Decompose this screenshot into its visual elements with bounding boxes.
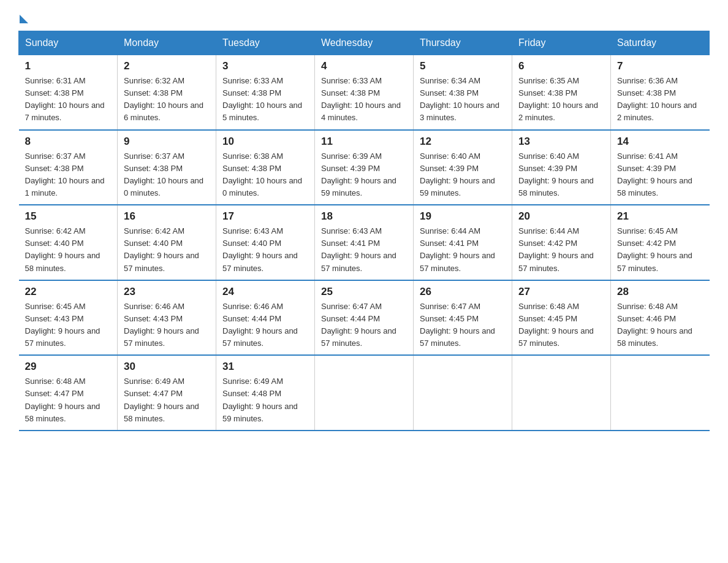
table-row: 21Sunrise: 6:45 AMSunset: 4:42 PMDayligh…	[611, 205, 710, 280]
col-sunday: Sunday	[19, 31, 118, 55]
day-info: Sunrise: 6:49 AMSunset: 4:47 PMDaylight:…	[124, 375, 210, 425]
day-info: Sunrise: 6:48 AMSunset: 4:46 PMDaylight:…	[617, 301, 703, 350]
day-info: Sunrise: 6:33 AMSunset: 4:38 PMDaylight:…	[321, 75, 407, 124]
calendar-week-row: 22Sunrise: 6:45 AMSunset: 4:43 PMDayligh…	[19, 280, 710, 356]
col-wednesday: Wednesday	[315, 31, 414, 55]
day-number: 17	[222, 210, 308, 223]
day-info: Sunrise: 6:40 AMSunset: 4:39 PMDaylight:…	[420, 150, 506, 200]
day-number: 22	[25, 286, 112, 298]
col-monday: Monday	[118, 31, 216, 55]
table-row: 27Sunrise: 6:48 AMSunset: 4:45 PMDayligh…	[512, 280, 611, 356]
table-row: 10Sunrise: 6:38 AMSunset: 4:38 PMDayligh…	[216, 130, 315, 205]
table-row: 13Sunrise: 6:40 AMSunset: 4:39 PMDayligh…	[512, 130, 611, 205]
day-number: 5	[420, 60, 506, 72]
table-row: 7Sunrise: 6:36 AMSunset: 4:38 PMDaylight…	[611, 55, 710, 130]
table-row: 14Sunrise: 6:41 AMSunset: 4:39 PMDayligh…	[611, 130, 710, 205]
day-number: 12	[420, 136, 506, 148]
day-number: 28	[617, 286, 703, 298]
table-row: 6Sunrise: 6:35 AMSunset: 4:38 PMDaylight…	[512, 55, 611, 130]
day-number: 13	[518, 136, 604, 148]
table-row: 19Sunrise: 6:44 AMSunset: 4:41 PMDayligh…	[414, 205, 512, 280]
day-info: Sunrise: 6:37 AMSunset: 4:38 PMDaylight:…	[25, 150, 112, 200]
day-info: Sunrise: 6:43 AMSunset: 4:40 PMDaylight:…	[222, 225, 308, 275]
table-row: 25Sunrise: 6:47 AMSunset: 4:44 PMDayligh…	[315, 280, 414, 356]
table-row: 11Sunrise: 6:39 AMSunset: 4:39 PMDayligh…	[315, 130, 414, 205]
day-info: Sunrise: 6:48 AMSunset: 4:45 PMDaylight:…	[518, 301, 604, 350]
calendar-header-row: Sunday Monday Tuesday Wednesday Thursday…	[19, 31, 710, 55]
day-info: Sunrise: 6:35 AMSunset: 4:38 PMDaylight:…	[518, 75, 604, 124]
day-info: Sunrise: 6:45 AMSunset: 4:42 PMDaylight:…	[617, 225, 703, 275]
table-row: 12Sunrise: 6:40 AMSunset: 4:39 PMDayligh…	[414, 130, 512, 205]
day-info: Sunrise: 6:48 AMSunset: 4:47 PMDaylight:…	[25, 375, 112, 425]
day-number: 10	[222, 136, 308, 148]
day-number: 9	[124, 136, 210, 148]
day-number: 30	[124, 361, 210, 373]
day-number: 31	[222, 361, 308, 373]
table-row: 30Sunrise: 6:49 AMSunset: 4:47 PMDayligh…	[118, 355, 216, 431]
table-row: 18Sunrise: 6:43 AMSunset: 4:41 PMDayligh…	[315, 205, 414, 280]
day-number: 23	[124, 286, 210, 298]
day-info: Sunrise: 6:38 AMSunset: 4:38 PMDaylight:…	[222, 150, 308, 200]
day-number: 24	[222, 286, 308, 298]
day-info: Sunrise: 6:44 AMSunset: 4:41 PMDaylight:…	[420, 225, 506, 275]
day-number: 7	[617, 60, 703, 72]
day-number: 6	[518, 60, 604, 72]
day-number: 18	[321, 210, 407, 223]
day-info: Sunrise: 6:47 AMSunset: 4:45 PMDaylight:…	[420, 301, 506, 350]
table-row	[512, 355, 611, 431]
table-row: 8Sunrise: 6:37 AMSunset: 4:38 PMDaylight…	[19, 130, 118, 205]
calendar-table: Sunday Monday Tuesday Wednesday Thursday…	[18, 31, 710, 431]
day-info: Sunrise: 6:46 AMSunset: 4:44 PMDaylight:…	[222, 301, 308, 350]
day-number: 4	[321, 60, 407, 72]
table-row: 16Sunrise: 6:42 AMSunset: 4:40 PMDayligh…	[118, 205, 216, 280]
day-info: Sunrise: 6:49 AMSunset: 4:48 PMDaylight:…	[222, 375, 308, 425]
day-number: 16	[124, 210, 210, 223]
table-row: 3Sunrise: 6:33 AMSunset: 4:38 PMDaylight…	[216, 55, 315, 130]
day-info: Sunrise: 6:42 AMSunset: 4:40 PMDaylight:…	[124, 225, 210, 275]
day-info: Sunrise: 6:31 AMSunset: 4:38 PMDaylight:…	[25, 75, 112, 124]
table-row: 5Sunrise: 6:34 AMSunset: 4:38 PMDaylight…	[414, 55, 512, 130]
day-number: 20	[518, 210, 604, 223]
table-row: 23Sunrise: 6:46 AMSunset: 4:43 PMDayligh…	[118, 280, 216, 356]
table-row: 31Sunrise: 6:49 AMSunset: 4:48 PMDayligh…	[216, 355, 315, 431]
day-info: Sunrise: 6:36 AMSunset: 4:38 PMDaylight:…	[617, 75, 703, 124]
table-row	[611, 355, 710, 431]
day-number: 1	[25, 60, 112, 72]
day-info: Sunrise: 6:39 AMSunset: 4:39 PMDaylight:…	[321, 150, 407, 200]
day-info: Sunrise: 6:45 AMSunset: 4:43 PMDaylight:…	[25, 301, 112, 350]
calendar-week-row: 15Sunrise: 6:42 AMSunset: 4:40 PMDayligh…	[19, 205, 710, 280]
day-info: Sunrise: 6:41 AMSunset: 4:39 PMDaylight:…	[617, 150, 703, 200]
calendar-week-row: 29Sunrise: 6:48 AMSunset: 4:47 PMDayligh…	[19, 355, 710, 431]
col-friday: Friday	[512, 31, 611, 55]
calendar-week-row: 8Sunrise: 6:37 AMSunset: 4:38 PMDaylight…	[19, 130, 710, 205]
logo	[18, 12, 28, 21]
day-number: 25	[321, 286, 407, 298]
day-info: Sunrise: 6:33 AMSunset: 4:38 PMDaylight:…	[222, 75, 308, 124]
col-tuesday: Tuesday	[216, 31, 315, 55]
day-info: Sunrise: 6:47 AMSunset: 4:44 PMDaylight:…	[321, 301, 407, 350]
table-row: 26Sunrise: 6:47 AMSunset: 4:45 PMDayligh…	[414, 280, 512, 356]
day-info: Sunrise: 6:37 AMSunset: 4:38 PMDaylight:…	[124, 150, 210, 200]
table-row: 20Sunrise: 6:44 AMSunset: 4:42 PMDayligh…	[512, 205, 611, 280]
day-number: 21	[617, 210, 703, 223]
page-header	[18, 12, 710, 21]
day-number: 2	[124, 60, 210, 72]
table-row: 15Sunrise: 6:42 AMSunset: 4:40 PMDayligh…	[19, 205, 118, 280]
day-info: Sunrise: 6:46 AMSunset: 4:43 PMDaylight:…	[124, 301, 210, 350]
col-saturday: Saturday	[611, 31, 710, 55]
day-info: Sunrise: 6:40 AMSunset: 4:39 PMDaylight:…	[518, 150, 604, 200]
day-number: 15	[25, 210, 112, 223]
day-info: Sunrise: 6:43 AMSunset: 4:41 PMDaylight:…	[321, 225, 407, 275]
day-number: 11	[321, 136, 407, 148]
day-number: 19	[420, 210, 506, 223]
day-number: 3	[222, 60, 308, 72]
day-info: Sunrise: 6:42 AMSunset: 4:40 PMDaylight:…	[25, 225, 112, 275]
logo-arrow-icon	[20, 15, 28, 23]
table-row: 1Sunrise: 6:31 AMSunset: 4:38 PMDaylight…	[19, 55, 118, 130]
calendar-week-row: 1Sunrise: 6:31 AMSunset: 4:38 PMDaylight…	[19, 55, 710, 130]
table-row: 24Sunrise: 6:46 AMSunset: 4:44 PMDayligh…	[216, 280, 315, 356]
table-row: 17Sunrise: 6:43 AMSunset: 4:40 PMDayligh…	[216, 205, 315, 280]
table-row: 22Sunrise: 6:45 AMSunset: 4:43 PMDayligh…	[19, 280, 118, 356]
table-row	[315, 355, 414, 431]
day-number: 14	[617, 136, 703, 148]
